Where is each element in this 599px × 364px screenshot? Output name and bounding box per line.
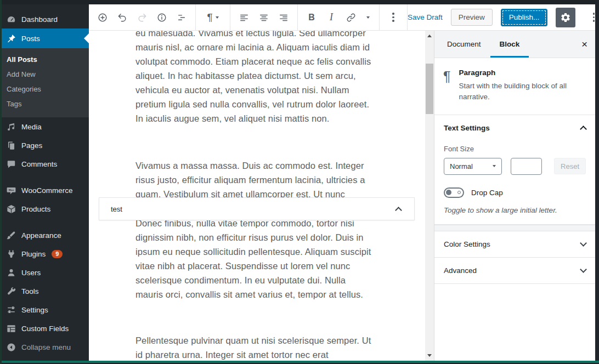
publish-button[interactable]: Publish... bbox=[501, 9, 548, 26]
toolbar-group-format: B I bbox=[298, 4, 380, 30]
dashboard-icon bbox=[5, 14, 16, 25]
users-icon bbox=[5, 267, 16, 278]
paragraph-block-button[interactable]: ¶ bbox=[200, 8, 226, 27]
bold-button[interactable]: B bbox=[302, 8, 321, 27]
paragraph-block[interactable]: eu malesuada. Vivamus et lectus ligula. … bbox=[135, 31, 371, 126]
chevron-down-icon bbox=[493, 165, 496, 167]
scroll-down-arrow-icon[interactable] bbox=[427, 354, 432, 357]
sidebar-item-media[interactable]: Media bbox=[0, 117, 89, 136]
chevron-down-icon bbox=[580, 266, 587, 273]
link-button[interactable] bbox=[341, 8, 361, 27]
bold-icon: B bbox=[308, 13, 315, 22]
sidebar-item-label: Media bbox=[21, 123, 42, 131]
save-draft-button[interactable]: Save Draft bbox=[408, 13, 443, 21]
window-right-edge bbox=[595, 0, 599, 364]
submenu-item-add-new[interactable]: Add New bbox=[0, 67, 89, 82]
sidebar-item-label: Appearance bbox=[21, 231, 61, 240]
chevron-down-icon bbox=[580, 240, 587, 247]
align-center-button[interactable] bbox=[254, 8, 274, 27]
toolbar-group-more bbox=[380, 4, 408, 30]
paragraph-block[interactable]: Vivamus a massa massa. Duis ac commodo e… bbox=[135, 158, 371, 201]
sidebar-item-label: Pages bbox=[21, 141, 42, 150]
panel-separator bbox=[434, 225, 595, 231]
tab-document[interactable]: Document bbox=[438, 31, 490, 58]
submenu-item-tags[interactable]: Tags bbox=[0, 96, 89, 111]
redo-button[interactable] bbox=[132, 8, 152, 27]
font-size-select[interactable]: Normal bbox=[444, 158, 502, 175]
sidebar-item-woocommerce[interactable]: Woo WooCommerce bbox=[0, 181, 89, 200]
sidebar-item-label: Tools bbox=[21, 287, 39, 295]
add-block-button[interactable] bbox=[93, 8, 112, 27]
editor-settings-sidebar: Document Block × ¶ Paragraph Start with … bbox=[434, 31, 595, 361]
sidebar-item-plugins[interactable]: Plugins 9 bbox=[0, 244, 89, 263]
block-more-options-button[interactable] bbox=[383, 8, 403, 27]
chevron-up-icon[interactable] bbox=[395, 207, 402, 214]
text-settings-header[interactable]: Text Settings bbox=[434, 115, 595, 141]
sidebar-item-settings[interactable]: Settings bbox=[0, 300, 89, 319]
content-scrollbar[interactable] bbox=[425, 31, 434, 361]
advanced-panel-header[interactable]: Advanced bbox=[434, 258, 595, 284]
block-navigation-icon[interactable] bbox=[172, 8, 191, 27]
drop-cap-help-text: Toggle to show a large initial letter. bbox=[444, 206, 586, 214]
sidebar-item-products[interactable]: Products bbox=[0, 200, 89, 218]
custom-fields-icon bbox=[5, 323, 16, 334]
tab-block[interactable]: Block bbox=[490, 31, 529, 58]
block-card-description: Start with the building block of all nar… bbox=[459, 81, 586, 103]
paragraph-block[interactable]: Pellentesque pulvinar quam ut nisi scele… bbox=[135, 333, 371, 361]
italic-button[interactable]: I bbox=[321, 8, 341, 27]
appearance-icon bbox=[5, 230, 16, 241]
toggle-ring-icon bbox=[457, 191, 461, 194]
reset-font-size-button[interactable]: Reset bbox=[554, 158, 586, 174]
sidebar-item-label: Settings bbox=[21, 306, 48, 314]
scroll-up-arrow-icon[interactable] bbox=[427, 35, 432, 37]
toolbar-group-document bbox=[89, 4, 196, 30]
collapse-icon bbox=[5, 342, 16, 352]
drop-cap-row: Drop Cap bbox=[444, 187, 586, 198]
panel-title: Text Settings bbox=[444, 124, 490, 132]
close-icon[interactable]: × bbox=[581, 31, 587, 58]
sidebar-item-users[interactable]: Users bbox=[0, 263, 89, 282]
sidebar-item-dashboard[interactable]: Dashboard bbox=[0, 10, 89, 29]
drop-cap-toggle[interactable] bbox=[444, 187, 464, 198]
align-left-button[interactable] bbox=[234, 8, 254, 27]
scrollbar-thumb[interactable] bbox=[426, 64, 433, 114]
custom-font-size-input[interactable] bbox=[511, 158, 542, 175]
vertical-ellipsis-icon bbox=[593, 13, 595, 22]
font-size-selected-value: Normal bbox=[450, 162, 473, 170]
settings-gear-button[interactable] bbox=[556, 8, 575, 27]
comments-icon bbox=[5, 158, 16, 169]
more-formats-button[interactable] bbox=[361, 8, 375, 27]
paragraph-icon: ¶ bbox=[207, 12, 212, 24]
post-content-canvas: eu malesuada. Vivamus et lectus ligula. … bbox=[89, 31, 425, 361]
sidebar-item-custom-fields[interactable]: Custom Fields bbox=[0, 319, 89, 338]
sidebar-item-appearance[interactable]: Appearance bbox=[0, 226, 89, 244]
content-structure-icon[interactable] bbox=[152, 8, 172, 27]
block-card-title: Paragraph bbox=[459, 69, 586, 77]
paragraph-block[interactable]: Donec finibus, nulla vitae tempor commod… bbox=[135, 216, 371, 302]
svg-text:Woo: Woo bbox=[8, 189, 14, 191]
plugins-icon bbox=[5, 248, 16, 259]
text-settings-panel: Text Settings Font Size Normal Reset Dro… bbox=[434, 115, 595, 225]
sidebar-item-label: Posts bbox=[21, 35, 40, 43]
align-right-button[interactable] bbox=[274, 8, 293, 27]
sidebar-item-pages[interactable]: Pages bbox=[0, 136, 89, 155]
sidebar-item-posts[interactable]: Posts bbox=[0, 29, 89, 48]
undo-button[interactable] bbox=[112, 8, 132, 27]
submenu-item-all-posts[interactable]: All Posts bbox=[0, 52, 89, 67]
font-size-label: Font Size bbox=[444, 145, 586, 153]
color-settings-panel-header[interactable]: Color Settings bbox=[434, 231, 595, 258]
plugins-update-badge: 9 bbox=[52, 250, 63, 258]
woocommerce-icon: Woo bbox=[5, 185, 16, 196]
sidebar-item-comments[interactable]: Comments bbox=[0, 155, 89, 173]
sidebar-item-label: Dashboard bbox=[21, 15, 58, 24]
sidebar-item-tools[interactable]: Tools bbox=[0, 282, 89, 300]
chevron-down-icon bbox=[366, 16, 370, 19]
preview-button[interactable]: Preview bbox=[451, 9, 493, 26]
tools-icon bbox=[5, 286, 16, 297]
sidebar-item-collapse-menu[interactable]: Collapse menu bbox=[0, 338, 89, 356]
toggle-knob bbox=[446, 190, 451, 195]
metabox-test-header[interactable]: test bbox=[99, 197, 415, 220]
submenu-item-categories[interactable]: Categories bbox=[0, 82, 89, 96]
header-actions: Save Draft Preview Publish... bbox=[408, 4, 599, 30]
vertical-ellipsis-icon bbox=[392, 13, 394, 22]
